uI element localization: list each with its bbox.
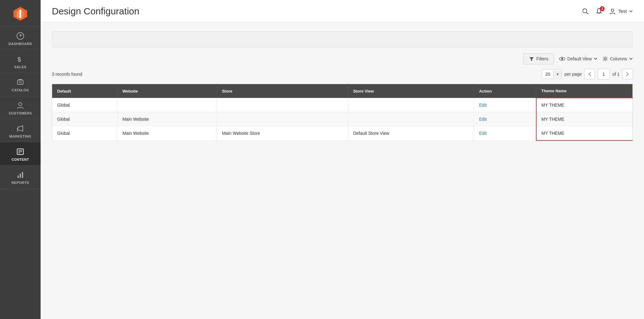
cell-theme-name-2: MY THEME xyxy=(536,126,633,141)
sidebar-item-customers[interactable]: CUSTOMERS xyxy=(0,96,41,119)
current-page-box[interactable]: 1 xyxy=(597,69,610,79)
sidebar-item-sales[interactable]: $ SALES xyxy=(0,50,41,73)
col-default: Default xyxy=(52,84,117,98)
cell-store-0 xyxy=(217,98,348,112)
eye-icon xyxy=(559,56,565,62)
default-view-chevron-icon xyxy=(594,57,597,61)
svg-text:$: $ xyxy=(17,56,21,63)
header-actions: 1 Test xyxy=(582,8,633,15)
sidebar-item-label-sales: SALES xyxy=(14,65,27,69)
svg-marker-25 xyxy=(529,57,534,61)
sidebar-item-label-content: CONTENT xyxy=(12,158,29,161)
svg-line-23 xyxy=(587,12,588,14)
reports-icon xyxy=(16,170,25,179)
cell-theme-name-1: MY THEME xyxy=(536,112,633,126)
search-button[interactable] xyxy=(582,8,589,15)
sidebar-item-catalog[interactable]: CATALOG xyxy=(0,73,41,96)
next-icon xyxy=(626,72,629,76)
col-action: Action xyxy=(474,84,536,98)
customers-icon xyxy=(16,101,25,110)
sidebar-item-dashboard[interactable]: DASHBOARD xyxy=(0,27,41,50)
cell-default-1: Global xyxy=(52,112,117,126)
svg-rect-20 xyxy=(20,174,21,178)
svg-rect-21 xyxy=(22,172,23,178)
chevron-down-icon xyxy=(629,9,633,13)
per-page-label: per page xyxy=(564,72,582,77)
magento-logo-icon xyxy=(12,6,28,22)
content-icon xyxy=(16,147,25,156)
svg-point-27 xyxy=(561,58,563,60)
prev-icon xyxy=(588,72,591,76)
edit-link[interactable]: Edit xyxy=(479,103,487,108)
col-store: Store xyxy=(217,84,348,98)
svg-rect-8 xyxy=(18,79,22,80)
page-title: Design Configuration xyxy=(52,6,139,17)
sidebar-item-label-reports: REPORTS xyxy=(12,181,29,185)
sidebar-item-label-marketing: MARKETING xyxy=(9,134,32,138)
main-area: Design Configuration 1 T xyxy=(41,0,644,319)
sidebar-item-label-customers: CUSTOMERS xyxy=(9,111,32,115)
columns-dropdown[interactable]: Columns xyxy=(602,56,633,62)
svg-rect-7 xyxy=(17,80,23,84)
cell-store-2: Main Website Store xyxy=(217,126,348,141)
cell-theme-name-0: MY THEME xyxy=(536,98,633,112)
filter-bar xyxy=(52,31,633,48)
edit-link[interactable]: Edit xyxy=(479,117,487,122)
dashboard-icon xyxy=(16,32,25,40)
svg-rect-3 xyxy=(19,10,21,18)
per-page-select[interactable]: 20 ▼ xyxy=(542,69,562,79)
search-icon xyxy=(582,8,589,15)
top-header: Design Configuration 1 T xyxy=(41,0,644,23)
edit-link[interactable]: Edit xyxy=(479,131,487,136)
notification-button[interactable]: 1 xyxy=(595,8,603,15)
per-page-arrow[interactable]: ▼ xyxy=(553,71,562,78)
cell-website-2: Main Website xyxy=(117,126,217,141)
cell-store_view-2: Default Store View xyxy=(348,126,474,141)
sidebar-item-marketing[interactable]: MARKETING xyxy=(0,119,41,142)
cell-store-1 xyxy=(217,112,348,126)
cell-default-0: Global xyxy=(52,98,117,112)
sidebar-item-label-dashboard: DASHBOARD xyxy=(8,42,32,46)
sidebar-item-label-catalog: CATALOG xyxy=(12,88,29,92)
table-body: GlobalEditMY THEMEGlobalMain WebsiteEdit… xyxy=(52,98,633,140)
svg-point-5 xyxy=(20,35,21,37)
cell-website-0 xyxy=(117,98,217,112)
columns-label: Columns xyxy=(610,56,627,61)
svg-point-24 xyxy=(611,9,614,12)
sales-icon: $ xyxy=(16,55,25,63)
table-row: GlobalMain WebsiteMain Website StoreDefa… xyxy=(52,126,633,141)
user-icon xyxy=(609,8,616,15)
data-table: Default Website Store Store View Action … xyxy=(52,84,633,141)
marketing-icon xyxy=(16,124,25,133)
cell-store_view-0 xyxy=(348,98,474,112)
col-website: Website xyxy=(117,84,217,98)
svg-point-28 xyxy=(604,58,606,60)
user-name: Test xyxy=(618,8,627,14)
content-area: Filters Default View Columns xyxy=(41,23,644,319)
sidebar-logo xyxy=(0,0,41,27)
filter-icon xyxy=(529,56,534,61)
columns-chevron-icon xyxy=(629,57,633,61)
svg-point-11 xyxy=(19,103,22,106)
gear-icon xyxy=(602,56,608,62)
default-view-dropdown[interactable]: Default View xyxy=(559,56,597,62)
user-menu[interactable]: Test xyxy=(609,8,633,15)
prev-page-button[interactable] xyxy=(584,69,595,79)
cell-action-1: Edit xyxy=(474,112,536,126)
sidebar-item-reports[interactable]: REPORTS xyxy=(0,165,41,189)
toolbar-row: Filters Default View Columns xyxy=(52,53,633,64)
svg-rect-19 xyxy=(17,175,19,178)
filters-button[interactable]: Filters xyxy=(523,53,554,64)
svg-marker-12 xyxy=(18,126,23,131)
sidebar: DASHBOARD $ SALES CATALOG CUSTOMERS xyxy=(0,0,41,319)
filters-label: Filters xyxy=(536,56,548,61)
sidebar-item-content[interactable]: CONTENT xyxy=(0,142,41,165)
of-pages: of 1 xyxy=(612,72,620,77)
next-page-button[interactable] xyxy=(622,69,633,79)
cell-default-2: Global xyxy=(52,126,117,141)
records-row: 3 records found 20 ▼ per page 1 of 1 xyxy=(52,69,633,79)
per-page-value: 20 xyxy=(542,70,553,78)
default-view-label: Default View xyxy=(567,56,592,61)
col-store-view: Store View xyxy=(348,84,474,98)
cell-action-2: Edit xyxy=(474,126,536,141)
